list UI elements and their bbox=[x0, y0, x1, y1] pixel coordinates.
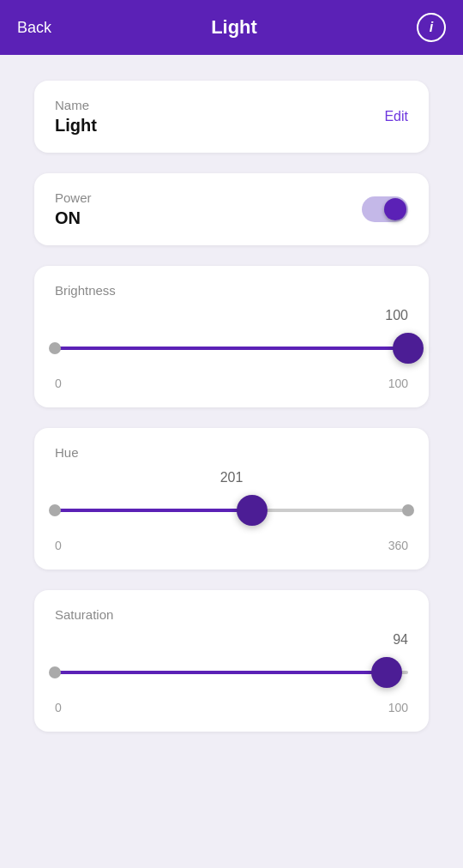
hue-fill bbox=[55, 509, 252, 512]
power-left: Power ON bbox=[55, 190, 92, 228]
name-card: Name Light Edit bbox=[34, 81, 429, 153]
header: Back Light i bbox=[0, 0, 463, 55]
saturation-left-dot bbox=[49, 666, 61, 678]
power-label: Power bbox=[55, 190, 92, 205]
info-button[interactable]: i bbox=[417, 13, 446, 42]
hue-max: 360 bbox=[388, 539, 408, 552]
hue-right-dot bbox=[402, 504, 414, 516]
brightness-left-dot bbox=[49, 342, 61, 354]
edit-button[interactable]: Edit bbox=[384, 109, 408, 124]
back-button[interactable]: Back bbox=[17, 19, 51, 37]
info-icon: i bbox=[430, 20, 433, 35]
power-value: ON bbox=[55, 208, 92, 228]
power-toggle[interactable] bbox=[362, 196, 408, 222]
hue-value: 201 bbox=[55, 470, 408, 485]
brightness-fill bbox=[55, 347, 408, 350]
saturation-value: 94 bbox=[55, 632, 408, 648]
page-title: Light bbox=[211, 16, 257, 39]
brightness-slider[interactable] bbox=[55, 327, 408, 370]
name-value: Light bbox=[55, 116, 97, 136]
brightness-label: Brightness bbox=[55, 283, 408, 298]
brightness-card: Brightness 100 0 100 bbox=[34, 266, 429, 407]
brightness-max: 100 bbox=[388, 377, 408, 390]
saturation-max: 100 bbox=[388, 701, 408, 714]
hue-thumb[interactable] bbox=[237, 495, 268, 526]
brightness-thumb[interactable] bbox=[393, 333, 424, 364]
saturation-minmax: 0 100 bbox=[55, 701, 408, 714]
toggle-thumb bbox=[384, 198, 406, 220]
brightness-min: 0 bbox=[55, 377, 62, 390]
saturation-slider[interactable] bbox=[55, 651, 408, 694]
hue-slider[interactable] bbox=[55, 489, 408, 532]
name-label: Name bbox=[55, 98, 97, 112]
saturation-thumb[interactable] bbox=[371, 657, 402, 688]
brightness-value: 100 bbox=[55, 308, 408, 323]
hue-minmax: 0 360 bbox=[55, 539, 408, 552]
name-card-left: Name Light bbox=[55, 98, 97, 136]
saturation-card: Saturation 94 0 100 bbox=[34, 590, 429, 732]
hue-label: Hue bbox=[55, 445, 408, 460]
content-area: Name Light Edit Power ON Brightness 100 bbox=[0, 55, 463, 757]
brightness-minmax: 0 100 bbox=[55, 377, 408, 390]
saturation-min: 0 bbox=[55, 701, 62, 714]
power-card: Power ON bbox=[34, 173, 429, 245]
hue-left-dot bbox=[49, 504, 61, 516]
hue-card: Hue 201 0 360 bbox=[34, 428, 429, 570]
hue-min: 0 bbox=[55, 539, 62, 552]
saturation-fill bbox=[55, 671, 387, 674]
saturation-label: Saturation bbox=[55, 607, 408, 622]
